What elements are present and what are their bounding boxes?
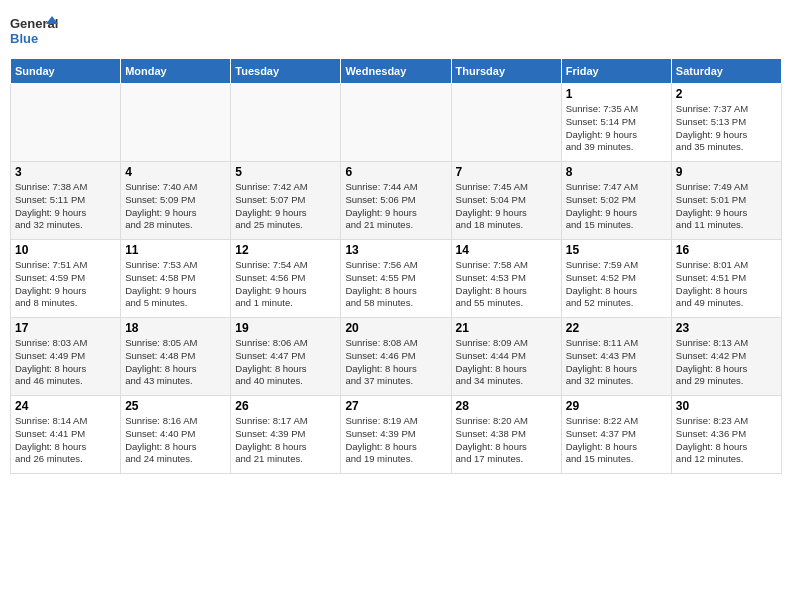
day-info: Sunrise: 8:05 AM Sunset: 4:48 PM Dayligh… [125, 337, 226, 388]
day-info: Sunrise: 7:53 AM Sunset: 4:58 PM Dayligh… [125, 259, 226, 310]
calendar-cell: 18Sunrise: 8:05 AM Sunset: 4:48 PM Dayli… [121, 318, 231, 396]
calendar-cell: 5Sunrise: 7:42 AM Sunset: 5:07 PM Daylig… [231, 162, 341, 240]
calendar-week-row: 17Sunrise: 8:03 AM Sunset: 4:49 PM Dayli… [11, 318, 782, 396]
day-number: 15 [566, 243, 667, 257]
day-number: 9 [676, 165, 777, 179]
calendar-cell: 25Sunrise: 8:16 AM Sunset: 4:40 PM Dayli… [121, 396, 231, 474]
day-info: Sunrise: 8:22 AM Sunset: 4:37 PM Dayligh… [566, 415, 667, 466]
day-number: 21 [456, 321, 557, 335]
calendar-cell [451, 84, 561, 162]
calendar-body: 1Sunrise: 7:35 AM Sunset: 5:14 PM Daylig… [11, 84, 782, 474]
day-number: 2 [676, 87, 777, 101]
calendar-cell: 19Sunrise: 8:06 AM Sunset: 4:47 PM Dayli… [231, 318, 341, 396]
calendar-cell: 15Sunrise: 7:59 AM Sunset: 4:52 PM Dayli… [561, 240, 671, 318]
day-number: 26 [235, 399, 336, 413]
weekday-header-cell: Saturday [671, 59, 781, 84]
svg-text:Blue: Blue [10, 31, 38, 46]
calendar-cell: 9Sunrise: 7:49 AM Sunset: 5:01 PM Daylig… [671, 162, 781, 240]
day-info: Sunrise: 8:09 AM Sunset: 4:44 PM Dayligh… [456, 337, 557, 388]
calendar-cell: 11Sunrise: 7:53 AM Sunset: 4:58 PM Dayli… [121, 240, 231, 318]
calendar-cell [231, 84, 341, 162]
calendar-cell: 17Sunrise: 8:03 AM Sunset: 4:49 PM Dayli… [11, 318, 121, 396]
day-info: Sunrise: 8:01 AM Sunset: 4:51 PM Dayligh… [676, 259, 777, 310]
day-number: 25 [125, 399, 226, 413]
weekday-header-cell: Sunday [11, 59, 121, 84]
day-info: Sunrise: 7:56 AM Sunset: 4:55 PM Dayligh… [345, 259, 446, 310]
day-number: 7 [456, 165, 557, 179]
day-info: Sunrise: 8:13 AM Sunset: 4:42 PM Dayligh… [676, 337, 777, 388]
day-info: Sunrise: 8:19 AM Sunset: 4:39 PM Dayligh… [345, 415, 446, 466]
day-info: Sunrise: 8:17 AM Sunset: 4:39 PM Dayligh… [235, 415, 336, 466]
day-number: 11 [125, 243, 226, 257]
calendar-cell [341, 84, 451, 162]
calendar-table: SundayMondayTuesdayWednesdayThursdayFrid… [10, 58, 782, 474]
calendar-cell: 12Sunrise: 7:54 AM Sunset: 4:56 PM Dayli… [231, 240, 341, 318]
calendar-week-row: 1Sunrise: 7:35 AM Sunset: 5:14 PM Daylig… [11, 84, 782, 162]
calendar-cell: 7Sunrise: 7:45 AM Sunset: 5:04 PM Daylig… [451, 162, 561, 240]
day-number: 8 [566, 165, 667, 179]
day-number: 3 [15, 165, 116, 179]
day-number: 6 [345, 165, 446, 179]
day-info: Sunrise: 7:47 AM Sunset: 5:02 PM Dayligh… [566, 181, 667, 232]
calendar-cell: 29Sunrise: 8:22 AM Sunset: 4:37 PM Dayli… [561, 396, 671, 474]
header: General Blue [10, 10, 782, 54]
calendar-cell: 21Sunrise: 8:09 AM Sunset: 4:44 PM Dayli… [451, 318, 561, 396]
day-info: Sunrise: 7:45 AM Sunset: 5:04 PM Dayligh… [456, 181, 557, 232]
calendar-cell: 30Sunrise: 8:23 AM Sunset: 4:36 PM Dayli… [671, 396, 781, 474]
calendar-cell: 24Sunrise: 8:14 AM Sunset: 4:41 PM Dayli… [11, 396, 121, 474]
day-number: 14 [456, 243, 557, 257]
calendar-cell: 3Sunrise: 7:38 AM Sunset: 5:11 PM Daylig… [11, 162, 121, 240]
weekday-header-cell: Friday [561, 59, 671, 84]
day-info: Sunrise: 7:54 AM Sunset: 4:56 PM Dayligh… [235, 259, 336, 310]
day-info: Sunrise: 8:14 AM Sunset: 4:41 PM Dayligh… [15, 415, 116, 466]
calendar-week-row: 24Sunrise: 8:14 AM Sunset: 4:41 PM Dayli… [11, 396, 782, 474]
day-number: 13 [345, 243, 446, 257]
calendar-cell: 16Sunrise: 8:01 AM Sunset: 4:51 PM Dayli… [671, 240, 781, 318]
weekday-header-cell: Wednesday [341, 59, 451, 84]
weekday-header-cell: Monday [121, 59, 231, 84]
logo-svg: General Blue [10, 10, 58, 54]
day-info: Sunrise: 8:06 AM Sunset: 4:47 PM Dayligh… [235, 337, 336, 388]
day-info: Sunrise: 8:23 AM Sunset: 4:36 PM Dayligh… [676, 415, 777, 466]
calendar-cell: 2Sunrise: 7:37 AM Sunset: 5:13 PM Daylig… [671, 84, 781, 162]
day-info: Sunrise: 8:08 AM Sunset: 4:46 PM Dayligh… [345, 337, 446, 388]
weekday-header-row: SundayMondayTuesdayWednesdayThursdayFrid… [11, 59, 782, 84]
day-number: 1 [566, 87, 667, 101]
day-number: 18 [125, 321, 226, 335]
day-info: Sunrise: 7:40 AM Sunset: 5:09 PM Dayligh… [125, 181, 226, 232]
day-number: 23 [676, 321, 777, 335]
calendar-cell: 4Sunrise: 7:40 AM Sunset: 5:09 PM Daylig… [121, 162, 231, 240]
calendar-cell: 22Sunrise: 8:11 AM Sunset: 4:43 PM Dayli… [561, 318, 671, 396]
weekday-header-cell: Thursday [451, 59, 561, 84]
day-info: Sunrise: 8:20 AM Sunset: 4:38 PM Dayligh… [456, 415, 557, 466]
day-info: Sunrise: 7:49 AM Sunset: 5:01 PM Dayligh… [676, 181, 777, 232]
calendar-cell: 20Sunrise: 8:08 AM Sunset: 4:46 PM Dayli… [341, 318, 451, 396]
day-number: 5 [235, 165, 336, 179]
day-info: Sunrise: 8:03 AM Sunset: 4:49 PM Dayligh… [15, 337, 116, 388]
calendar-cell: 8Sunrise: 7:47 AM Sunset: 5:02 PM Daylig… [561, 162, 671, 240]
calendar-cell [11, 84, 121, 162]
day-info: Sunrise: 7:42 AM Sunset: 5:07 PM Dayligh… [235, 181, 336, 232]
day-info: Sunrise: 7:58 AM Sunset: 4:53 PM Dayligh… [456, 259, 557, 310]
day-number: 30 [676, 399, 777, 413]
calendar-cell: 10Sunrise: 7:51 AM Sunset: 4:59 PM Dayli… [11, 240, 121, 318]
day-number: 10 [15, 243, 116, 257]
calendar-cell: 1Sunrise: 7:35 AM Sunset: 5:14 PM Daylig… [561, 84, 671, 162]
calendar-cell [121, 84, 231, 162]
calendar-cell: 27Sunrise: 8:19 AM Sunset: 4:39 PM Dayli… [341, 396, 451, 474]
calendar-cell: 13Sunrise: 7:56 AM Sunset: 4:55 PM Dayli… [341, 240, 451, 318]
day-number: 16 [676, 243, 777, 257]
day-number: 29 [566, 399, 667, 413]
day-number: 19 [235, 321, 336, 335]
day-info: Sunrise: 7:51 AM Sunset: 4:59 PM Dayligh… [15, 259, 116, 310]
calendar-week-row: 10Sunrise: 7:51 AM Sunset: 4:59 PM Dayli… [11, 240, 782, 318]
day-info: Sunrise: 8:16 AM Sunset: 4:40 PM Dayligh… [125, 415, 226, 466]
day-number: 17 [15, 321, 116, 335]
calendar-cell: 26Sunrise: 8:17 AM Sunset: 4:39 PM Dayli… [231, 396, 341, 474]
calendar-cell: 28Sunrise: 8:20 AM Sunset: 4:38 PM Dayli… [451, 396, 561, 474]
logo: General Blue [10, 10, 58, 54]
day-info: Sunrise: 7:35 AM Sunset: 5:14 PM Dayligh… [566, 103, 667, 154]
day-info: Sunrise: 8:11 AM Sunset: 4:43 PM Dayligh… [566, 337, 667, 388]
calendar-cell: 23Sunrise: 8:13 AM Sunset: 4:42 PM Dayli… [671, 318, 781, 396]
day-info: Sunrise: 7:37 AM Sunset: 5:13 PM Dayligh… [676, 103, 777, 154]
